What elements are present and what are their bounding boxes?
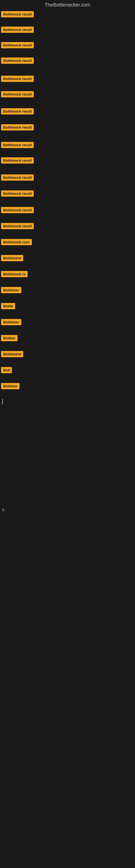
list-item: Bottleneck: [0, 351, 135, 358]
text-cursor: [2, 399, 3, 404]
bottleneck-badge[interactable]: Bottleneck result: [1, 42, 34, 48]
list-item: Bottleneck result: [0, 223, 135, 230]
bottleneck-badge[interactable]: Bottleneck result: [1, 27, 34, 33]
bottleneck-badge[interactable]: Bottleneck result: [1, 190, 34, 197]
spacer-2: [0, 437, 135, 469]
bottleneck-badge[interactable]: Bott: [1, 367, 12, 373]
bottleneck-badge[interactable]: Bottleneck result: [1, 76, 34, 82]
bottleneck-badge[interactable]: Bottleneck result: [1, 91, 34, 97]
list-item: Bottleneck result: [0, 124, 135, 131]
spacer-1: [0, 404, 135, 437]
bottleneck-badge[interactable]: Bottleneck: [1, 351, 23, 357]
bottleneck-badge[interactable]: Bottleneck result: [1, 175, 34, 181]
list-item: Bottleneck result: [0, 91, 135, 98]
list-item: Bottleneck result: [0, 157, 135, 165]
bottleneck-badge[interactable]: Bottleneck result: [1, 124, 34, 130]
bottleneck-badge[interactable]: Bottleneck result: [1, 223, 34, 229]
page-wrapper: TheBottlenecker.com Bottleneck result Bo…: [0, 0, 135, 643]
bottleneck-badge[interactable]: Bottleneck result: [1, 108, 34, 115]
spacer-6: [0, 578, 135, 610]
list-item: Bottleneck result: [0, 108, 135, 116]
bottleneck-badge[interactable]: Bottleneck result: [1, 157, 34, 163]
list-item: Bottleneck result: [0, 175, 135, 182]
list-item: Bottleneck: [0, 255, 135, 262]
bottleneck-badge[interactable]: Bottleneck result: [1, 11, 34, 18]
spacer-3: [0, 469, 135, 502]
spacer-7: [0, 610, 135, 643]
bottleneck-badge[interactable]: Bottleneck resu: [1, 239, 32, 245]
site-title: TheBottlenecker.com: [0, 0, 135, 11]
list-item: Bottlen: [0, 335, 135, 342]
bottleneck-badge[interactable]: Bottleneck result: [1, 207, 34, 213]
bottleneck-badge[interactable]: Bottleneck result: [1, 58, 34, 64]
list-item: Bottle: [0, 303, 135, 310]
bottleneck-badge[interactable]: Bottlene: [1, 383, 19, 389]
bottleneck-badge[interactable]: Bottlenec: [1, 319, 21, 325]
list-item: Bottleneck result: [0, 27, 135, 34]
list-item: Bottlenec: [0, 319, 135, 326]
list-item: Bottleneck result: [0, 11, 135, 19]
list-item: Bottleneck re: [0, 271, 135, 278]
bottleneck-badge[interactable]: Bottleneck: [1, 255, 23, 261]
list-item: Bottleneck result: [0, 142, 135, 149]
list-item: Bottlenec: [0, 287, 135, 294]
list-item: Bott: [0, 367, 135, 374]
list-item: Bottleneck result: [0, 42, 135, 50]
list-item: Bottleneck resu: [0, 239, 135, 246]
bottleneck-badge[interactable]: Bottleneck result: [1, 142, 34, 148]
bottleneck-badge[interactable]: Bottlenec: [1, 287, 21, 293]
site-header: TheBottlenecker.com: [0, 0, 135, 11]
single-char-container: 0: [0, 507, 135, 513]
spacer-4: [0, 513, 135, 545]
bottleneck-list: Bottleneck result Bottleneck result Bott…: [0, 11, 135, 643]
single-char-text: 0: [1, 508, 4, 512]
list-item: Bottleneck result: [0, 76, 135, 83]
list-item: Bottlene: [0, 383, 135, 390]
list-item: Bottleneck result: [0, 207, 135, 214]
cursor-container: [0, 399, 135, 404]
bottleneck-badge[interactable]: Bottlen: [1, 335, 17, 341]
bottleneck-badge[interactable]: Bottleneck re: [1, 271, 28, 277]
bottleneck-badge[interactable]: Bottle: [1, 303, 15, 309]
list-item: Bottleneck result: [0, 58, 135, 65]
spacer-5: [0, 545, 135, 578]
list-item: Bottleneck result: [0, 190, 135, 198]
